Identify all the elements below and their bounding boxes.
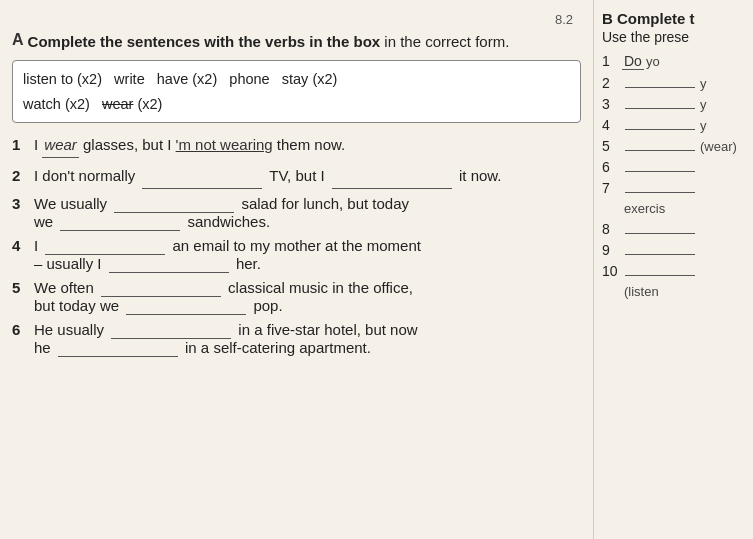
item-num-5: 5 bbox=[12, 279, 34, 296]
right-list: 1 Do yo 2 y 3 y 4 y 5 (wear) 6 7 bbox=[602, 53, 745, 299]
item-num-6: 6 bbox=[12, 321, 34, 338]
item-2-blank2 bbox=[332, 164, 452, 189]
right-num-1: 1 bbox=[602, 53, 622, 69]
exercise-item-2: 2 I don't normally TV, but I it now. bbox=[12, 164, 581, 189]
exercise-item-3-line1: 3 We usually salad for lunch, but today bbox=[12, 195, 581, 213]
section-a-header: A Complete the sentences with the verbs … bbox=[12, 31, 581, 52]
item-6-mid: in a five-star hotel, but now bbox=[234, 321, 417, 338]
section-a-instructions: Complete the sentences with the verbs in… bbox=[28, 31, 510, 52]
item-6-blank1 bbox=[111, 321, 231, 339]
verb-watch: watch (x2) bbox=[23, 96, 90, 112]
right-hint-exercis-text: exercis bbox=[624, 201, 665, 216]
exercise-item-6-line2: he in a self-catering apartment. bbox=[12, 339, 581, 357]
exercise-list: 1 I wear glasses, but I 'm not wearing t… bbox=[12, 133, 581, 357]
item-num-1: 1 bbox=[12, 133, 34, 157]
right-num-8: 8 bbox=[602, 221, 622, 237]
right-answer-1: Do bbox=[622, 53, 644, 70]
item-num-2: 2 bbox=[12, 164, 34, 188]
verb-box: listen to (x2) write have (x2) phone sta… bbox=[12, 60, 581, 123]
right-blank-9 bbox=[625, 254, 695, 255]
right-item-5: 5 (wear) bbox=[602, 138, 745, 154]
exercise-item-6-line1: 6 He usually in a five-star hotel, but n… bbox=[12, 321, 581, 339]
right-num-10: 10 bbox=[602, 263, 622, 279]
item-num-3: 3 bbox=[12, 195, 34, 212]
right-item-9: 9 bbox=[602, 242, 745, 258]
item-5-suffix: pop. bbox=[249, 297, 282, 314]
exercise-item-4-line1: 4 I an email to my mother at the moment bbox=[12, 237, 581, 255]
item-4-usually: – usually I bbox=[34, 255, 106, 272]
right-num-3: 3 bbox=[602, 96, 622, 112]
item-6-prefix: He usually bbox=[34, 321, 108, 338]
right-num-6: 6 bbox=[602, 159, 622, 175]
right-hint-1: yo bbox=[646, 54, 660, 69]
item-6-blank2 bbox=[58, 339, 178, 357]
item-5-but: but today we bbox=[34, 297, 123, 314]
item-6-suffix: in a self-catering apartment. bbox=[181, 339, 371, 356]
right-hint-listen: (listen bbox=[602, 284, 745, 299]
right-hint-listen-text: (listen bbox=[624, 284, 659, 299]
item-num-4: 4 bbox=[12, 237, 34, 254]
exercise-item-5-line1: 5 We often classical music in the office… bbox=[12, 279, 581, 297]
item-4-mid: an email to my mother at the moment bbox=[168, 237, 421, 254]
verb-listen: listen to (x2) bbox=[23, 71, 102, 87]
right-blank-8 bbox=[625, 233, 695, 234]
item-4-blank2 bbox=[109, 255, 229, 273]
item-4-prefix: I bbox=[34, 237, 42, 254]
verb-have: have (x2) bbox=[157, 71, 217, 87]
page-number: 8.2 bbox=[12, 10, 581, 31]
item-4-suffix: her. bbox=[232, 255, 261, 272]
item-3-blank2 bbox=[60, 213, 180, 231]
right-num-9: 9 bbox=[602, 242, 622, 258]
item-6-he: he bbox=[34, 339, 55, 356]
exercise-item-1: 1 I wear glasses, but I 'm not wearing t… bbox=[12, 133, 581, 158]
item-3-prefix: We usually bbox=[34, 195, 111, 212]
item-2-blank1 bbox=[142, 164, 262, 189]
right-hint-5: (wear) bbox=[700, 139, 737, 154]
item-3-we: we bbox=[34, 213, 57, 230]
item-2-mid: TV, but I bbox=[265, 164, 328, 188]
item-5-prefix: We often bbox=[34, 279, 98, 296]
right-hint-exercis: exercis bbox=[602, 201, 745, 216]
item-1-suffix: them now. bbox=[273, 133, 346, 157]
verb-stay: stay (x2) bbox=[282, 71, 338, 87]
item-5-mid: classical music in the office, bbox=[224, 279, 413, 296]
right-panel: B Complete t Use the prese 1 Do yo 2 y 3… bbox=[593, 0, 753, 539]
item-3-blank1 bbox=[114, 195, 234, 213]
right-blank-6 bbox=[625, 171, 695, 172]
right-item-7: 7 bbox=[602, 180, 745, 196]
item-3-suffix: sandwiches. bbox=[183, 213, 270, 230]
right-item-4: 4 y bbox=[602, 117, 745, 133]
exercise-item-3-line2: we sandwiches. bbox=[12, 213, 581, 231]
right-item-8: 8 bbox=[602, 221, 745, 237]
item-1-prefix: I bbox=[34, 133, 42, 157]
right-item-3: 3 y bbox=[602, 96, 745, 112]
right-num-4: 4 bbox=[602, 117, 622, 133]
right-hint-2: y bbox=[700, 76, 707, 91]
exercise-item-4-line2: – usually I her. bbox=[12, 255, 581, 273]
item-2-suffix: it now. bbox=[455, 164, 502, 188]
right-blank-10 bbox=[625, 275, 695, 276]
right-num-7: 7 bbox=[602, 180, 622, 196]
right-blank-5 bbox=[625, 150, 695, 151]
right-item-2: 2 y bbox=[602, 75, 745, 91]
right-item-10: 10 bbox=[602, 263, 745, 279]
right-blank-4 bbox=[625, 129, 695, 130]
right-item-1: 1 Do yo bbox=[602, 53, 745, 70]
item-3-mid1: salad for lunch, but today bbox=[237, 195, 409, 212]
item-5-blank1 bbox=[101, 279, 221, 297]
item-5-blank2 bbox=[126, 297, 246, 315]
verb-phone: phone bbox=[229, 71, 269, 87]
item-1-answer2: 'm not wearing bbox=[176, 133, 273, 157]
item-1-mid: glasses, but I bbox=[79, 133, 176, 157]
item-2-prefix: I don't normally bbox=[34, 164, 139, 188]
right-blank-2 bbox=[625, 87, 695, 88]
right-hint-3: y bbox=[700, 97, 707, 112]
right-blank-3 bbox=[625, 108, 695, 109]
right-num-5: 5 bbox=[602, 138, 622, 154]
section-b-sub: Use the prese bbox=[602, 29, 745, 45]
section-b-header: B Complete t bbox=[602, 10, 745, 27]
right-blank-7 bbox=[625, 192, 695, 193]
right-num-2: 2 bbox=[602, 75, 622, 91]
item-4-blank1 bbox=[45, 237, 165, 255]
exercise-item-5-line2: but today we pop. bbox=[12, 297, 581, 315]
